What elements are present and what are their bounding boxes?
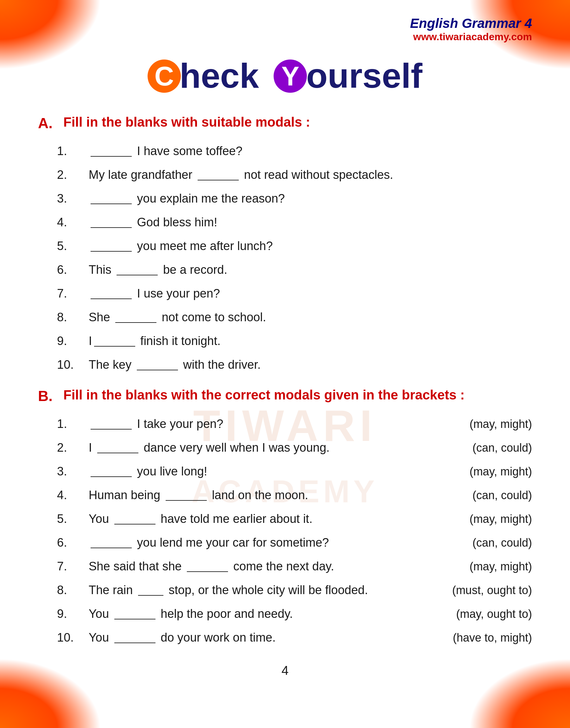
q-number: 9. [57, 607, 82, 621]
list-item: 7. She said that she come the next day. … [57, 560, 532, 573]
q-bracket: (may, might) [443, 560, 532, 573]
q-number: 3. [57, 192, 82, 205]
blank [116, 275, 158, 275]
blank [90, 251, 132, 252]
q-number: 10. [57, 631, 82, 644]
q-number: 1. [57, 417, 82, 431]
q-text: I finish it tonight. [89, 334, 532, 348]
blank [198, 180, 239, 180]
q-bracket: (can, could) [443, 536, 532, 550]
header-title: English Grammar 4 [410, 16, 532, 31]
blank [90, 227, 132, 228]
q-bracket: (can, could) [443, 489, 532, 502]
header-title-part2: 4 [525, 16, 532, 31]
blank [90, 156, 132, 157]
q-number: 5. [57, 239, 82, 253]
list-item: 6. This be a record. [57, 263, 532, 277]
q-number: 1. [57, 144, 82, 158]
q-text: You do your work on time. [89, 631, 437, 644]
blank [97, 453, 138, 453]
section-b-instruction: Fill in the blanks with the correct moda… [63, 388, 465, 403]
blank [90, 298, 132, 299]
q-bracket: (can, could) [443, 441, 532, 455]
blank [114, 643, 156, 643]
list-item: 6. you lend me your car for sometime? (c… [57, 536, 532, 550]
page-title: Check Yourself [148, 55, 422, 96]
q-number: 5. [57, 512, 82, 526]
page-header: English Grammar 4 www.tiwariacademy.com [38, 16, 532, 43]
list-item: 3. you live long! (may, might) [57, 465, 532, 478]
section-b-header: B. Fill in the blanks with the correct m… [38, 388, 532, 405]
list-item: 2. I dance very well when I was young. (… [57, 441, 532, 455]
blank [115, 322, 157, 323]
q-number: 6. [57, 536, 82, 550]
q-text: You help the poor and needy. [89, 607, 437, 621]
header-title-part1: English Grammar [410, 16, 525, 31]
list-item: 8. The rain stop, or the whole city will… [57, 583, 532, 597]
q-text: Human being land on the moon. [89, 489, 437, 502]
y-circle: Y [274, 59, 307, 93]
list-item: 5. You have told me earlier about it. (m… [57, 512, 532, 526]
header-website: www.tiwariacademy.com [410, 31, 532, 43]
q-text: I dance very well when I was young. [89, 441, 437, 455]
section-b-questions: 1. I take your pen? (may, might) 2. I da… [38, 417, 532, 644]
list-item: 4. Human being land on the moon. (can, c… [57, 489, 532, 502]
q-text: you live long! [89, 465, 437, 478]
section-b-letter: B. [38, 388, 54, 405]
q-text: you explain me the reason? [89, 192, 532, 205]
list-item: 9. You help the poor and needy. (may, ou… [57, 607, 532, 621]
q-number: 8. [57, 583, 82, 597]
q-number: 9. [57, 334, 82, 348]
list-item: 3. you explain me the reason? [57, 192, 532, 205]
blank [114, 619, 156, 619]
header-info: English Grammar 4 www.tiwariacademy.com [410, 16, 532, 43]
section-a-instruction: Fill in the blanks with suitable modals … [63, 115, 310, 130]
q-number: 7. [57, 560, 82, 573]
blank [187, 571, 228, 572]
blank [90, 429, 132, 430]
list-item: 4. God bless him! [57, 215, 532, 229]
q-bracket: (must, ought to) [443, 584, 532, 597]
list-item: 2. My late grandfather not read without … [57, 168, 532, 182]
yourself-rest: ourself [306, 55, 422, 96]
q-number: 2. [57, 441, 82, 455]
q-number: 6. [57, 263, 82, 277]
q-number: 8. [57, 310, 82, 324]
q-bracket: (may, might) [443, 513, 532, 526]
list-item: 10. The key with the driver. [57, 358, 532, 372]
q-text: She not come to school. [89, 310, 532, 324]
list-item: 10. You do your work on time. (have to, … [57, 631, 532, 644]
q-bracket: (have to, might) [443, 631, 532, 644]
q-number: 2. [57, 168, 82, 182]
check-rest: heck [180, 55, 259, 96]
list-item: 7. I use your pen? [57, 287, 532, 300]
q-text: She said that she come the next day. [89, 560, 437, 573]
q-bracket: (may, might) [443, 418, 532, 431]
list-item: 8. She not come to school. [57, 310, 532, 324]
q-text: God bless him! [89, 215, 532, 229]
q-text: you meet me after lunch? [89, 239, 532, 253]
q-number: 4. [57, 215, 82, 229]
blank [137, 370, 178, 370]
blank [94, 346, 135, 346]
q-text: This be a record. [89, 263, 532, 277]
q-bracket: (may, might) [443, 465, 532, 478]
blank [114, 524, 156, 525]
page-number: 4 [38, 663, 532, 678]
list-item: 1. I take your pen? (may, might) [57, 417, 532, 431]
list-item: 9. I finish it tonight. [57, 334, 532, 348]
blank [90, 476, 132, 477]
q-number: 10. [57, 358, 82, 372]
blank [166, 500, 207, 501]
q-text: You have told me earlier about it. [89, 512, 437, 526]
q-text: you lend me your car for sometime? [89, 536, 437, 550]
q-text: I take your pen? [89, 417, 437, 431]
section-a-letter: A. [38, 115, 54, 132]
q-text: The rain stop, or the whole city will be… [89, 583, 437, 597]
q-bracket: (may, ought to) [443, 607, 532, 621]
q-number: 3. [57, 465, 82, 478]
q-text: I use your pen? [89, 287, 532, 300]
blank [90, 548, 132, 548]
blank [138, 595, 164, 596]
section-a-questions: 1. I have some toffee? 2. My late grandf… [38, 144, 532, 372]
